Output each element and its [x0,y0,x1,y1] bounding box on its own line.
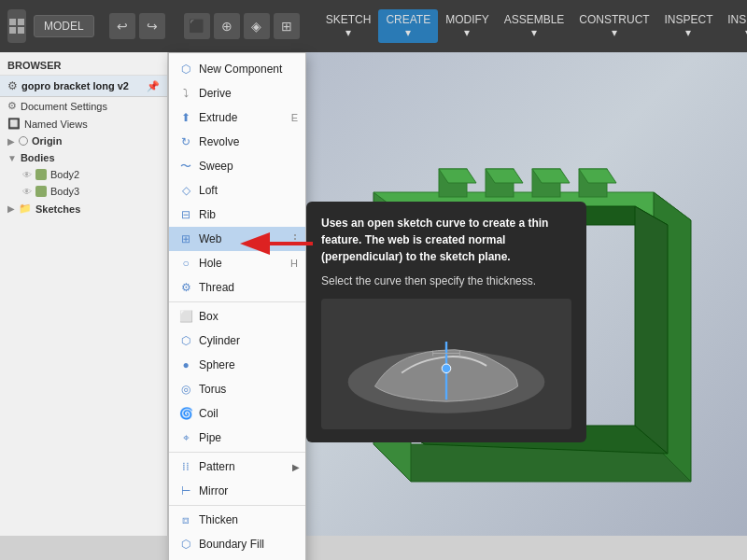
menu-item-rib-label: Rib [199,208,216,221]
menu-item-revolve[interactable]: ↻ Revolve [169,130,305,154]
undo-redo-group: ↩ ↪ [109,13,165,39]
main-toolbar: MODEL ↩ ↪ ⬛ ⊕ ◈ ⊞ SKETCH ▾ CREATE ▾ MODI… [0,0,747,52]
menu-item-cylinder-label: Cylinder [199,334,240,347]
browser-origin-section[interactable]: ▶ Origin [0,133,167,149]
browser-file-item[interactable]: ⚙ gopro bracket long v2 📌 [0,76,167,97]
modify-menu-button[interactable]: MODIFY ▾ [438,9,496,43]
menu-item-revolve-label: Revolve [199,135,239,148]
menu-item-derive[interactable]: ⤵ Derive [169,81,305,105]
menu-item-derive-label: Derive [199,87,232,100]
orbit-icon[interactable]: ⊕ [214,13,240,39]
menu-item-loft[interactable]: ◇ Loft [169,178,305,203]
browser-body2-item[interactable]: 👁 Body2 [0,166,167,183]
menu-item-thread[interactable]: ⚙ Thread [169,275,305,300]
eye-icon-body2: 👁 [22,170,32,180]
menu-separator-3 [169,505,305,506]
menu-item-boundary-fill[interactable]: ⬡ Boundary Fill [169,532,305,556]
menu-item-create-form[interactable]: ◈ Create Form [169,556,305,560]
component-icon: ⬡ [178,62,193,77]
menu-item-box-label: Box [199,310,218,323]
tooltip-title: Uses an open sketch curve to create a th… [321,215,571,265]
menu-item-thicken[interactable]: ⧈ Thicken [169,508,305,532]
coil-icon: 🌀 [178,406,193,421]
view-cube-icon[interactable]: ⬛ [184,13,210,39]
browser-sketches-label: Sketches [35,203,80,215]
menu-item-pattern-label: Pattern [199,460,235,473]
menu-item-web[interactable]: ⊞ Web ⋮ [169,227,305,251]
menu-item-new-component[interactable]: ⬡ New Component [169,57,305,81]
browser-settings-label: Document Settings [21,101,107,112]
construct-menu-button[interactable]: CONSTRUCT ▾ [571,9,656,43]
menu-item-hole-label: Hole [199,257,222,270]
menu-separator-2 [169,452,305,453]
model-button[interactable]: MODEL [34,15,94,37]
eye-icon-body3: 👁 [22,187,32,197]
bodies-arrow-icon: ▼ [7,153,17,163]
views-icon: 🔲 [7,118,21,130]
menu-item-sphere[interactable]: ● Sphere [169,353,305,377]
menu-item-boundary-label: Boundary Fill [199,538,264,551]
create-dropdown-menu: ⬡ New Component ⤵ Derive ⬆ Extrude E ↻ R… [168,52,306,560]
menu-item-coil[interactable]: 🌀 Coil [169,401,305,426]
menu-item-extrude[interactable]: ⬆ Extrude E [169,105,305,130]
pipe-icon: ⌖ [178,430,193,445]
body2-shape-icon [35,169,47,180]
sketch-menu-button[interactable]: SKETCH ▾ [318,9,379,43]
menu-item-pipe[interactable]: ⌖ Pipe [169,426,305,450]
thicken-icon: ⧈ [178,512,193,527]
view-icons-group: ⬛ ⊕ ◈ ⊞ [184,13,300,39]
menu-item-mirror[interactable]: ⊢ Mirror [169,479,305,503]
grid-icon[interactable]: ⊞ [274,13,300,39]
insert-menu-button[interactable]: INSERT ▾ [720,9,747,43]
menu-item-sweep[interactable]: 〜 Sweep [169,154,305,178]
body3-shape-icon [35,186,47,197]
menu-item-cylinder[interactable]: ⬡ Cylinder [169,329,305,353]
menu-item-pattern[interactable]: ⁞⁞ Pattern ▶ [169,455,305,479]
gear-icon: ⚙ [7,100,17,112]
assemble-menu-button[interactable]: ASSEMBLE ▾ [497,9,572,43]
menu-item-sweep-label: Sweep [199,160,233,173]
svg-rect-0 [9,19,16,25]
display-icon[interactable]: ◈ [244,13,270,39]
browser-body2-label: Body2 [50,169,79,180]
tooltip-description: Select the curve then specify the thickn… [321,273,571,289]
browser-settings-item[interactable]: ⚙ Document Settings [0,97,167,115]
extrude-icon: ⬆ [178,110,193,125]
inspect-menu-button[interactable]: INSPECT ▾ [656,9,720,43]
sketches-arrow-icon: ▶ [7,203,15,214]
menu-item-torus[interactable]: ◎ Torus [169,377,305,401]
svg-point-25 [442,364,451,373]
hole-icon: ○ [178,256,193,271]
browser-body3-item[interactable]: 👁 Body3 [0,183,167,200]
hole-shortcut: H [290,258,298,269]
menu-item-web-label: Web [199,232,221,245]
menu-item-thread-label: Thread [199,281,234,294]
menu-item-hole[interactable]: ○ Hole H [169,251,305,275]
pattern-submenu-arrow-icon: ▶ [292,462,300,472]
browser-sketches-section[interactable]: ▶ 📁 Sketches [0,200,167,217]
browser-bodies-section[interactable]: ▼ Bodies [0,149,167,166]
file-icon: ⚙ [7,79,18,92]
browser-file-label: gopro bracket long v2 [21,80,129,91]
web-options-icon[interactable]: ⋮ [289,231,302,246]
menu-separator-1 [169,301,305,302]
redo-icon[interactable]: ↪ [139,13,165,39]
create-menu-button[interactable]: CREATE ▾ [378,9,438,43]
browser-header: BROWSER [0,56,167,76]
browser-body3-label: Body3 [50,186,79,197]
svg-marker-11 [635,206,668,454]
origin-arrow-icon: ▶ [7,136,15,147]
menu-item-rib[interactable]: ⊟ Rib [169,203,305,227]
menu-item-thicken-label: Thicken [199,513,238,526]
menu-item-torus-label: Torus [199,383,226,396]
undo-icon[interactable]: ↩ [109,13,135,39]
menu-item-box[interactable]: ⬜ Box [169,304,305,329]
browser-panel: BROWSER ⚙ gopro bracket long v2 📌 ⚙ Docu… [0,52,168,536]
main-area: BROWSER ⚙ gopro bracket long v2 📌 ⚙ Docu… [0,52,747,536]
tooltip-preview-image [321,299,571,429]
derive-icon: ⤵ [178,86,193,101]
extrude-shortcut: E [291,112,298,123]
rib-icon: ⊟ [178,207,193,222]
browser-views-item[interactable]: 🔲 Named Views [0,115,167,133]
browser-pin-icon: 📌 [147,80,160,92]
